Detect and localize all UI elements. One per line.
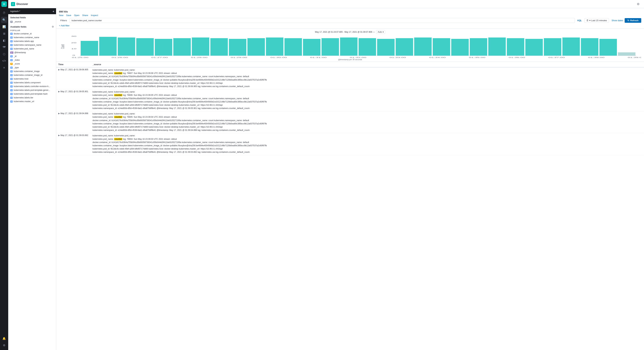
- svg-rect-30: [525, 39, 543, 56]
- filter-row: Filters KQL 🗓 ▾ Last 15 minutes Show dat…: [59, 18, 641, 23]
- field-type-question-icon: ?: [10, 21, 13, 23]
- selected-field-source[interactable]: ? _source: [8, 20, 56, 24]
- nav-icon-discover[interactable]: 🔍: [1, 17, 7, 23]
- list-item[interactable]: #_score: [8, 62, 56, 66]
- list-item[interactable]: tkubernetes.labels.pod-template-gener...: [8, 88, 56, 92]
- inspect-button[interactable]: Inspect: [91, 14, 98, 16]
- nav-icon-ml[interactable]: ⬡: [1, 51, 7, 57]
- nav-icon-maps[interactable]: 🗺: [1, 44, 7, 50]
- svg-rect-25: [433, 38, 450, 56]
- share-button[interactable]: Share: [82, 14, 88, 16]
- svg-text:Count: Count: [60, 44, 65, 49]
- add-filter-row: + Add filter: [59, 24, 641, 28]
- expand-row-button[interactable]: ▶: [58, 90, 60, 93]
- time-picker-value: Last 15 minutes: [591, 19, 607, 22]
- histogram-wrapper: 30 20 10 0 Count 01:25:0001:26:0001:27:0…: [59, 34, 641, 58]
- svg-text:01:31:00: 01:31:00: [310, 57, 327, 58]
- highlight-counter: counter: [114, 138, 122, 140]
- list-item[interactable]: tkubernetes.container_image_id: [8, 73, 56, 77]
- chart-header: May 17, 2021 @ 01:24:07.805 - May 17, 20…: [59, 30, 641, 34]
- calendar-icon: 🗓: [586, 19, 589, 22]
- col-header-time[interactable]: Time: [56, 62, 90, 67]
- nav-icon-dashboard[interactable]: ⊞: [1, 30, 7, 37]
- chart-area: May 17, 2021 @ 01:24:07.805 - May 17, 20…: [56, 29, 644, 62]
- nav-icon-devtools[interactable]: </>: [1, 58, 7, 64]
- svg-text:01:35:00: 01:35:00: [469, 57, 485, 58]
- list-item[interactable]: t_type: [8, 66, 56, 69]
- svg-rect-19: [322, 38, 339, 56]
- expand-row-button[interactable]: ▶: [58, 134, 60, 137]
- list-item[interactable]: tkubernetes.pod_name: [8, 47, 56, 51]
- table-row: ▶May 17, 2021 @ 01:39:04.898kubernetes.p…: [56, 111, 644, 133]
- expand-row-button[interactable]: ▶: [58, 68, 60, 71]
- hits-count: 898 hits: [59, 9, 641, 14]
- list-item[interactable]: tkubernetes.host: [8, 77, 56, 81]
- histogram-svg: 30 20 10 0 Count 01:25:0001:26:0001:27:0…: [59, 34, 641, 58]
- nav-icon-stack[interactable]: ≡: [1, 65, 7, 71]
- svg-rect-28: [488, 37, 506, 56]
- list-item[interactable]: tkubernetes.container_image: [8, 69, 56, 73]
- list-item[interactable]: tkubernetes.labels.controller-revision-h…: [8, 85, 56, 88]
- svg-rect-17: [284, 38, 302, 56]
- nav-icon-clock[interactable]: ⏱: [1, 10, 7, 16]
- list-item[interactable]: tkubernetes.master_url: [8, 100, 56, 103]
- svg-rect-11: [173, 38, 191, 56]
- svg-rect-8: [118, 37, 135, 56]
- list-item[interactable]: t_id: [8, 54, 56, 58]
- kql-badge[interactable]: KQL: [576, 19, 583, 22]
- chart-auto-select[interactable]: Auto ▾: [376, 30, 385, 34]
- list-item[interactable]: tkubernetes.labels.app: [8, 39, 56, 43]
- list-item[interactable]: tkubernetes.labels.tier: [8, 96, 56, 100]
- top-nav-gear-icon[interactable]: ⚙: [635, 1, 641, 7]
- svg-rect-21: [358, 38, 376, 56]
- search-input[interactable]: [70, 18, 575, 23]
- svg-text:01:32:00: 01:32:00: [350, 57, 366, 58]
- list-item[interactable]: tdocker.container_id: [8, 32, 56, 36]
- svg-text:20: 20: [71, 42, 76, 44]
- list-item[interactable]: @@timestamp: [8, 51, 56, 54]
- refresh-button[interactable]: ↻ Refresh: [625, 18, 641, 23]
- svg-rect-35: [618, 52, 636, 56]
- results-table: Time _source ▶May 17, 2021 @ 01:39:06.90…: [56, 62, 644, 155]
- svg-text:01:37:00: 01:37:00: [548, 57, 565, 58]
- app-logo[interactable]: D: [1, 1, 7, 7]
- top-bar: Discover ⚙: [8, 0, 644, 8]
- nav-icon-settings[interactable]: ⚙: [1, 342, 7, 348]
- list-item[interactable]: tkubernetes.namespace_name: [8, 43, 56, 47]
- highlight-counter: counter: [114, 116, 122, 118]
- field-sidebar: logstash-* ◀ Selected fields ? _source A…: [8, 8, 56, 350]
- nav-icon-visualize[interactable]: 📊: [1, 24, 7, 30]
- expand-row-button[interactable]: ▶: [58, 112, 60, 115]
- refresh-icon: ↻: [628, 19, 629, 22]
- svg-text:01:39:00: 01:39:00: [628, 57, 641, 58]
- svg-text:01:34:00: 01:34:00: [429, 57, 446, 58]
- list-item[interactable]: tkubernetes.labels.component: [8, 81, 56, 85]
- available-fields-title: Available fields: [10, 25, 26, 28]
- highlight-counter: counter: [114, 94, 122, 96]
- available-fields-gear-icon[interactable]: ⚙: [52, 25, 54, 28]
- show-dates-link[interactable]: Show dates: [612, 19, 623, 22]
- main-area: Discover ⚙ logstash-* ◀ Selected fields …: [8, 0, 644, 350]
- nav-icon-alerts[interactable]: 🔔: [1, 335, 7, 342]
- svg-text:0: 0: [72, 54, 75, 56]
- list-item[interactable]: tkubernetes.labels.pod-template-hash: [8, 92, 56, 96]
- results-area[interactable]: Time _source ▶May 17, 2021 @ 01:39:06.90…: [56, 62, 644, 350]
- save-button[interactable]: Save: [66, 14, 71, 16]
- discover-toolbar: 898 hits New Save Open Share Inspect Fil…: [56, 8, 644, 29]
- svg-text:01:29:00: 01:29:00: [231, 57, 247, 58]
- table-row: ▶May 17, 2021 @ 01:39:03.892kubernetes.p…: [56, 133, 644, 155]
- table-row: ▶May 17, 2021 @ 01:39:06.905kubernetes.p…: [56, 67, 644, 89]
- chart-auto-label: Auto: [378, 31, 382, 33]
- toolbar-actions: New Save Open Share Inspect: [59, 14, 641, 16]
- index-pattern-bar[interactable]: logstash-* ◀: [8, 8, 56, 14]
- open-button[interactable]: Open: [74, 14, 80, 16]
- col-header-source[interactable]: _source: [90, 62, 644, 67]
- list-item[interactable]: tkubernetes.container_name: [8, 36, 56, 39]
- time-picker[interactable]: 🗓 ▾ Last 15 minutes: [584, 18, 609, 23]
- add-filter-link[interactable]: + Add filter: [59, 24, 70, 27]
- new-button[interactable]: New: [59, 14, 64, 16]
- list-item[interactable]: t_index: [8, 58, 56, 62]
- svg-rect-20: [340, 37, 358, 56]
- nav-icon-canvas[interactable]: ◧: [1, 37, 7, 43]
- table-row: ▶May 17, 2021 @ 01:39:05.901kubernetes.p…: [56, 89, 644, 111]
